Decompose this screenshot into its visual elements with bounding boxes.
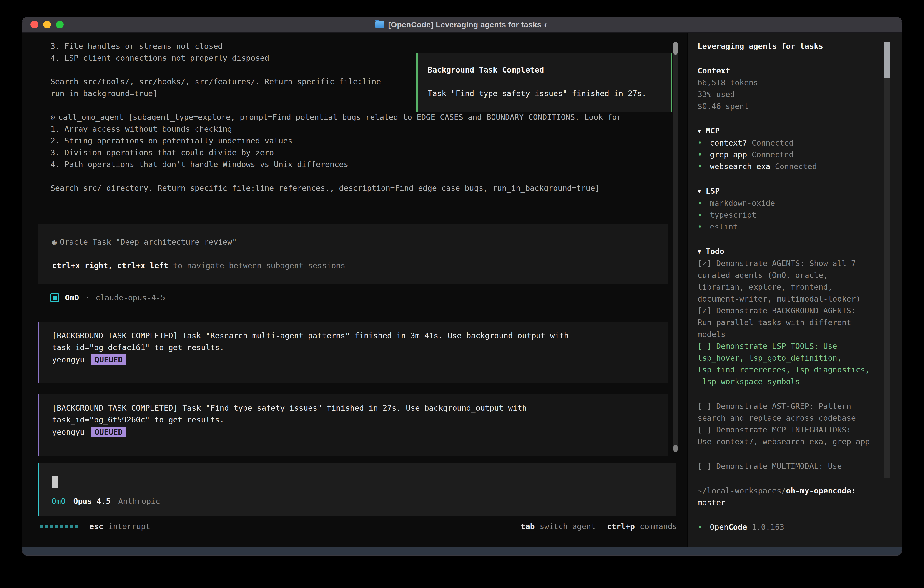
- commands-label: commands: [640, 522, 677, 531]
- lsp-item: •eslint: [698, 221, 879, 233]
- mcp-item: •context7 Connected: [698, 137, 879, 149]
- mcp-name: context7: [710, 138, 747, 147]
- status-dot-icon: •: [698, 221, 710, 233]
- tool-call-text: call_omo_agent [subagent_type=explore, p…: [58, 112, 621, 122]
- agent-icon: [51, 293, 59, 302]
- lsp-item: •typescript: [698, 209, 879, 221]
- window-controls: [30, 17, 64, 32]
- separator-dot: ·: [85, 292, 89, 304]
- gear-icon: ⚙: [51, 112, 55, 122]
- mcp-name: websearch_exa: [710, 162, 770, 171]
- todo-section-header[interactable]: ▼Todo: [698, 245, 879, 258]
- app-version-row: •OpenCode 1.0.163: [698, 521, 879, 533]
- transcript-line: 2. String operations on potentially unde…: [51, 135, 621, 147]
- todo-item-done: [✓] Demonstrate AGENTS: Show all 7 curat…: [698, 258, 875, 305]
- shortcut-description: to navigate between subagent sessions: [168, 261, 345, 270]
- todo-item-pending: [ ] Demonstrate AST-GREP: Pattern search…: [698, 400, 875, 424]
- collapse-triangle-icon: ▼: [698, 248, 701, 255]
- transcript-line: 4. Path operations that don't handle Win…: [51, 159, 621, 170]
- lsp-name: typescript: [710, 210, 756, 220]
- shortcut-keys: ctrl+x right, ctrl+x left: [52, 261, 168, 270]
- window-titlebar: [OpenCode] Leveraging agents for tasks ◐: [22, 17, 902, 33]
- context-used: 33% used: [698, 88, 879, 100]
- tool-call-line: ⚙call_omo_agent [subagent_type=explore, …: [51, 111, 621, 123]
- status-dot-icon: •: [698, 209, 710, 221]
- workspace-name: oh-my-opencode:: [786, 486, 856, 495]
- agent-session-header: OmO · claude-opus-4-5: [51, 292, 165, 304]
- oracle-spacer: [52, 248, 668, 260]
- task-meta-row: yeongyu QUEUED: [52, 354, 668, 366]
- transcript-scrollbar[interactable]: [673, 41, 678, 452]
- esc-key-label: esc: [89, 522, 103, 531]
- oracle-shortcut-hint: ctrl+x right, ctrl+x left to navigate be…: [52, 260, 668, 271]
- switch-agent-label: switch agent: [540, 522, 596, 531]
- transcript-line: [51, 170, 621, 182]
- workspace-prefix: ~/local-workspaces/: [698, 486, 786, 495]
- window-bottom-frame: [22, 547, 902, 556]
- todo-item-active: [ ] Demonstrate LSP TOOLS: Use lsp_hover…: [698, 340, 875, 387]
- status-dot-icon: •: [698, 521, 710, 533]
- oracle-task-title-line: ◉Oracle Task "Deep architecture review": [52, 236, 668, 248]
- todo-item-pending: [ ] Demonstrate MULTIMODAL: Use: [698, 460, 875, 472]
- mcp-item: •grep_app Connected: [698, 149, 879, 160]
- lsp-section-header[interactable]: ▼LSP: [698, 185, 879, 197]
- scrollbar-end-cap[interactable]: [673, 445, 678, 452]
- lsp-item: •markdown-oxide: [698, 197, 879, 209]
- todo-item-pending: [ ] Demonstrate MCP INTEGRATIONS: Use co…: [698, 424, 875, 448]
- close-window-button[interactable]: [30, 21, 38, 28]
- task-message-line: [BACKGROUND TASK COMPLETED] Task "Find t…: [52, 402, 668, 414]
- session-transcript: 3. File handles or streams not closed 4.…: [22, 33, 687, 547]
- ctrl-p-key-label: ctrl+p: [607, 522, 635, 531]
- sidebar-scrollbar-thumb[interactable]: [884, 41, 890, 78]
- workspace-path: ~/local-workspaces/oh-my-opencode: maste…: [698, 485, 875, 509]
- status-dot-icon: •: [698, 149, 710, 160]
- app-version: 1.0.163: [747, 522, 784, 532]
- task-message-line: task_id="bg_6f59260c" to get results.: [52, 414, 668, 426]
- minimize-window-button[interactable]: [43, 21, 51, 28]
- switch-agent-hint: tab switch agent: [521, 522, 596, 531]
- task-user: yeongyu: [52, 426, 84, 438]
- status-dot-icon: •: [698, 137, 710, 149]
- status-bar-right: tab switch agent ctrl+p commands: [521, 520, 677, 532]
- status-bar-left: esc interrupt: [40, 520, 150, 532]
- mcp-status: Connected: [747, 138, 794, 147]
- prompt-input[interactable]: OmO Opus 4.5 Anthropic: [38, 463, 676, 516]
- transcript-line: Search src/ directory. Return specific f…: [51, 182, 621, 194]
- terminal-window: [OpenCode] Leveraging agents for tasks ◐…: [22, 17, 902, 556]
- task-message-line: task_id="bg_dcfac161" to get results.: [52, 342, 668, 353]
- oracle-task-box: ◉Oracle Task "Deep architecture review" …: [38, 224, 668, 284]
- interrupt-hint: esc interrupt: [89, 522, 150, 531]
- lsp-heading: LSP: [706, 187, 719, 195]
- mcp-heading: MCP: [706, 126, 719, 135]
- mcp-name: grep_app: [710, 150, 747, 159]
- interrupt-label: interrupt: [108, 522, 150, 531]
- sidebar-scrollbar[interactable]: [884, 41, 890, 478]
- mcp-section-header[interactable]: ▼MCP: [698, 125, 879, 137]
- todo-heading: Todo: [706, 247, 724, 256]
- background-task-message: [BACKGROUND TASK COMPLETED] Task "Resear…: [38, 322, 668, 383]
- collapse-triangle-icon: ▼: [698, 188, 701, 195]
- background-task-toast: Background Task Completed Task "Find typ…: [416, 53, 672, 112]
- collapse-triangle-icon: ▼: [698, 127, 701, 134]
- input-agent-name: OmO: [52, 495, 66, 507]
- app-name: Open: [710, 522, 728, 532]
- text-cursor: [52, 476, 58, 489]
- input-provider-name: Anthropic: [118, 495, 160, 507]
- transcript-line: 3. Division operations that could divide…: [51, 147, 621, 159]
- lsp-name: eslint: [710, 222, 738, 231]
- sidebar-session-title: Leveraging agents for tasks: [698, 40, 879, 52]
- queued-status-badge: QUEUED: [91, 354, 126, 365]
- toast-body: Task "Find type safety issues" finished …: [428, 88, 671, 99]
- agent-name: OmO: [65, 292, 79, 304]
- task-user: yeongyu: [52, 354, 84, 366]
- context-heading: Context: [698, 65, 879, 77]
- background-task-message: [BACKGROUND TASK COMPLETED] Task "Find t…: [38, 394, 668, 456]
- workspace-branch: master: [698, 498, 726, 507]
- input-meta-row: OmO Opus 4.5 Anthropic: [52, 495, 160, 507]
- zoom-window-button[interactable]: [56, 21, 64, 28]
- mcp-item: •websearch_exa Connected: [698, 160, 879, 172]
- scrollbar-thumb[interactable]: [673, 41, 678, 55]
- status-dot-icon: •: [698, 197, 710, 209]
- agent-model: claude-opus-4-5: [96, 292, 165, 304]
- oracle-task-title: Oracle Task "Deep architecture review": [60, 237, 237, 246]
